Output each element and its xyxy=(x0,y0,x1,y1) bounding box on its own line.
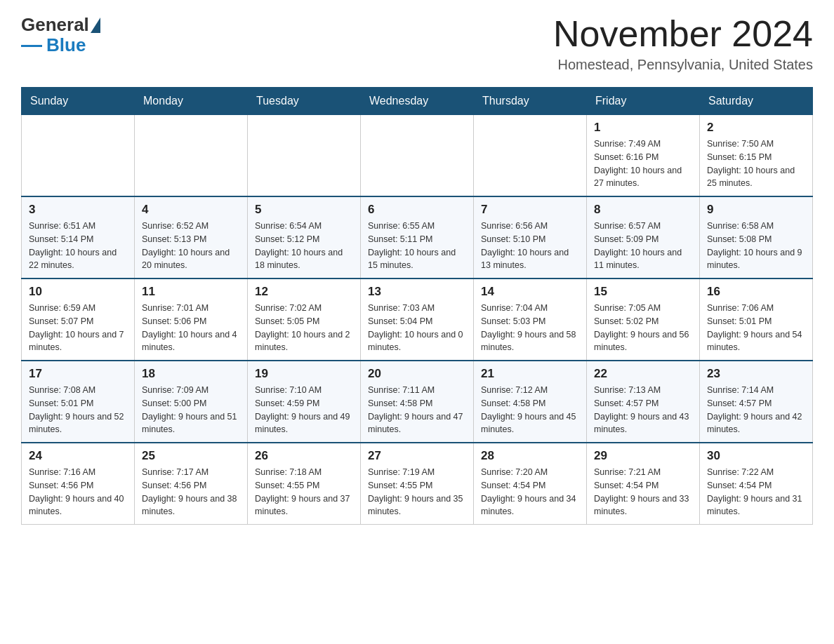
header: General Blue November 2024 Homestead, Pe… xyxy=(21,14,813,73)
calendar-week-row: 10Sunrise: 6:59 AMSunset: 5:07 PMDayligh… xyxy=(22,279,813,361)
calendar-week-row: 24Sunrise: 7:16 AMSunset: 4:56 PMDayligh… xyxy=(22,443,813,525)
header-day-sunday: Sunday xyxy=(22,88,135,115)
day-number: 18 xyxy=(142,367,240,381)
day-number: 30 xyxy=(707,449,805,463)
day-info: Sunrise: 7:50 AMSunset: 6:15 PMDaylight:… xyxy=(707,137,805,190)
logo-triangle-icon xyxy=(91,18,100,33)
day-number: 4 xyxy=(142,203,240,217)
day-info: Sunrise: 6:56 AMSunset: 5:10 PMDaylight:… xyxy=(481,220,579,272)
day-info: Sunrise: 7:20 AMSunset: 4:54 PMDaylight:… xyxy=(481,466,579,518)
day-number: 21 xyxy=(481,367,579,381)
day-number: 7 xyxy=(481,203,579,217)
calendar-cell: 23Sunrise: 7:14 AMSunset: 4:57 PMDayligh… xyxy=(700,361,813,443)
day-number: 9 xyxy=(707,203,805,217)
day-info: Sunrise: 7:11 AMSunset: 4:58 PMDaylight:… xyxy=(368,384,466,436)
calendar-cell: 25Sunrise: 7:17 AMSunset: 4:56 PMDayligh… xyxy=(135,443,248,525)
day-number: 27 xyxy=(368,449,466,463)
day-number: 10 xyxy=(29,285,127,299)
day-info: Sunrise: 6:55 AMSunset: 5:11 PMDaylight:… xyxy=(368,220,466,272)
calendar-cell: 30Sunrise: 7:22 AMSunset: 4:54 PMDayligh… xyxy=(700,443,813,525)
day-number: 20 xyxy=(368,367,466,381)
day-number: 22 xyxy=(594,367,692,381)
calendar-cell: 14Sunrise: 7:04 AMSunset: 5:03 PMDayligh… xyxy=(474,279,587,361)
day-number: 12 xyxy=(255,285,353,299)
header-day-friday: Friday xyxy=(587,88,700,115)
day-info: Sunrise: 7:49 AMSunset: 6:16 PMDaylight:… xyxy=(594,137,692,190)
day-info: Sunrise: 7:18 AMSunset: 4:55 PMDaylight:… xyxy=(255,466,353,518)
subtitle: Homestead, Pennsylvania, United States xyxy=(553,57,813,73)
calendar-cell: 21Sunrise: 7:12 AMSunset: 4:58 PMDayligh… xyxy=(474,361,587,443)
header-day-saturday: Saturday xyxy=(700,88,813,115)
calendar-cell: 12Sunrise: 7:02 AMSunset: 5:05 PMDayligh… xyxy=(248,279,361,361)
day-number: 16 xyxy=(707,285,805,299)
day-number: 19 xyxy=(255,367,353,381)
day-info: Sunrise: 6:54 AMSunset: 5:12 PMDaylight:… xyxy=(255,220,353,272)
calendar-cell: 27Sunrise: 7:19 AMSunset: 4:55 PMDayligh… xyxy=(361,443,474,525)
calendar-cell: 26Sunrise: 7:18 AMSunset: 4:55 PMDayligh… xyxy=(248,443,361,525)
day-info: Sunrise: 7:14 AMSunset: 4:57 PMDaylight:… xyxy=(707,384,805,436)
day-info: Sunrise: 7:17 AMSunset: 4:56 PMDaylight:… xyxy=(142,466,240,518)
day-info: Sunrise: 7:05 AMSunset: 5:02 PMDaylight:… xyxy=(594,302,692,354)
calendar-table: SundayMondayTuesdayWednesdayThursdayFrid… xyxy=(21,87,813,525)
calendar-cell: 29Sunrise: 7:21 AMSunset: 4:54 PMDayligh… xyxy=(587,443,700,525)
calendar-week-row: 1Sunrise: 7:49 AMSunset: 6:16 PMDaylight… xyxy=(22,115,813,197)
day-info: Sunrise: 7:03 AMSunset: 5:04 PMDaylight:… xyxy=(368,302,466,354)
day-info: Sunrise: 6:58 AMSunset: 5:08 PMDaylight:… xyxy=(707,220,805,272)
day-info: Sunrise: 7:01 AMSunset: 5:06 PMDaylight:… xyxy=(142,302,240,354)
day-number: 8 xyxy=(594,203,692,217)
day-info: Sunrise: 7:19 AMSunset: 4:55 PMDaylight:… xyxy=(368,466,466,518)
calendar-cell: 17Sunrise: 7:08 AMSunset: 5:01 PMDayligh… xyxy=(22,361,135,443)
day-number: 5 xyxy=(255,203,353,217)
day-info: Sunrise: 7:16 AMSunset: 4:56 PMDaylight:… xyxy=(29,466,127,518)
day-number: 1 xyxy=(594,121,692,135)
calendar-cell: 19Sunrise: 7:10 AMSunset: 4:59 PMDayligh… xyxy=(248,361,361,443)
day-info: Sunrise: 7:08 AMSunset: 5:01 PMDaylight:… xyxy=(29,384,127,436)
day-info: Sunrise: 7:22 AMSunset: 4:54 PMDaylight:… xyxy=(707,466,805,518)
day-number: 13 xyxy=(368,285,466,299)
calendar-cell: 9Sunrise: 6:58 AMSunset: 5:08 PMDaylight… xyxy=(700,196,813,279)
calendar-cell: 28Sunrise: 7:20 AMSunset: 4:54 PMDayligh… xyxy=(474,443,587,525)
day-info: Sunrise: 7:13 AMSunset: 4:57 PMDaylight:… xyxy=(594,384,692,436)
calendar-week-row: 3Sunrise: 6:51 AMSunset: 5:14 PMDaylight… xyxy=(22,196,813,279)
calendar-header-row: SundayMondayTuesdayWednesdayThursdayFrid… xyxy=(22,88,813,115)
day-number: 17 xyxy=(29,367,127,381)
day-info: Sunrise: 6:51 AMSunset: 5:14 PMDaylight:… xyxy=(29,220,127,272)
calendar-cell: 22Sunrise: 7:13 AMSunset: 4:57 PMDayligh… xyxy=(587,361,700,443)
calendar-cell: 13Sunrise: 7:03 AMSunset: 5:04 PMDayligh… xyxy=(361,279,474,361)
day-number: 15 xyxy=(594,285,692,299)
calendar-week-row: 17Sunrise: 7:08 AMSunset: 5:01 PMDayligh… xyxy=(22,361,813,443)
day-info: Sunrise: 7:06 AMSunset: 5:01 PMDaylight:… xyxy=(707,302,805,354)
day-info: Sunrise: 7:02 AMSunset: 5:05 PMDaylight:… xyxy=(255,302,353,354)
calendar-cell: 24Sunrise: 7:16 AMSunset: 4:56 PMDayligh… xyxy=(22,443,135,525)
day-info: Sunrise: 6:59 AMSunset: 5:07 PMDaylight:… xyxy=(29,302,127,354)
title-section: November 2024 Homestead, Pennsylvania, U… xyxy=(553,14,813,73)
calendar-cell: 20Sunrise: 7:11 AMSunset: 4:58 PMDayligh… xyxy=(361,361,474,443)
day-info: Sunrise: 7:09 AMSunset: 5:00 PMDaylight:… xyxy=(142,384,240,436)
day-info: Sunrise: 7:21 AMSunset: 4:54 PMDaylight:… xyxy=(594,466,692,518)
calendar-cell: 16Sunrise: 7:06 AMSunset: 5:01 PMDayligh… xyxy=(700,279,813,361)
day-number: 24 xyxy=(29,449,127,463)
day-number: 14 xyxy=(481,285,579,299)
calendar-cell: 18Sunrise: 7:09 AMSunset: 5:00 PMDayligh… xyxy=(135,361,248,443)
calendar-cell: 10Sunrise: 6:59 AMSunset: 5:07 PMDayligh… xyxy=(22,279,135,361)
calendar-cell: 2Sunrise: 7:50 AMSunset: 6:15 PMDaylight… xyxy=(700,115,813,197)
day-number: 2 xyxy=(707,121,805,135)
calendar-cell: 1Sunrise: 7:49 AMSunset: 6:16 PMDaylight… xyxy=(587,115,700,197)
day-number: 29 xyxy=(594,449,692,463)
header-day-thursday: Thursday xyxy=(474,88,587,115)
day-number: 6 xyxy=(368,203,466,217)
calendar-cell xyxy=(135,115,248,197)
calendar-cell xyxy=(22,115,135,197)
logo-blue-text: Blue xyxy=(45,34,86,56)
calendar-cell xyxy=(248,115,361,197)
calendar-cell xyxy=(361,115,474,197)
day-info: Sunrise: 7:10 AMSunset: 4:59 PMDaylight:… xyxy=(255,384,353,436)
day-info: Sunrise: 7:12 AMSunset: 4:58 PMDaylight:… xyxy=(481,384,579,436)
header-day-wednesday: Wednesday xyxy=(361,88,474,115)
day-number: 26 xyxy=(255,449,353,463)
day-number: 28 xyxy=(481,449,579,463)
calendar-cell xyxy=(474,115,587,197)
header-day-tuesday: Tuesday xyxy=(248,88,361,115)
day-info: Sunrise: 7:04 AMSunset: 5:03 PMDaylight:… xyxy=(481,302,579,354)
calendar-cell: 7Sunrise: 6:56 AMSunset: 5:10 PMDaylight… xyxy=(474,196,587,279)
